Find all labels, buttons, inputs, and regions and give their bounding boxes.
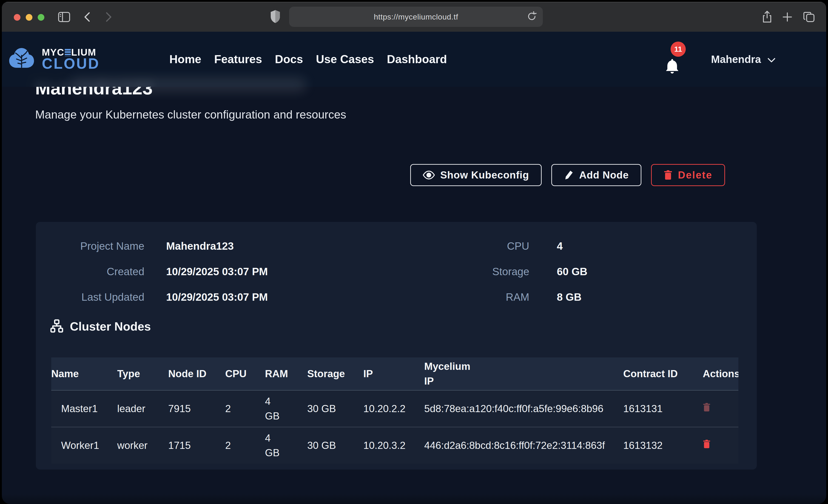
sitemap-icon <box>50 319 64 334</box>
column-header: Node ID <box>168 358 225 390</box>
trash-icon <box>664 170 672 180</box>
notification-count-badge: 11 <box>671 42 686 57</box>
logo-wordmark: MYCLIUM CLOUD <box>42 48 100 71</box>
cell-storage: 30 GB <box>307 427 363 464</box>
column-header: Type <box>117 358 168 390</box>
detail-value: 4 <box>557 240 587 252</box>
pencil-icon <box>564 170 574 180</box>
cloud-logo-icon <box>9 46 35 72</box>
cell-mycelium-ip: 5d8:78ea:a120:f40c:ff0f:a5fe:99e6:8b96 <box>424 390 623 427</box>
detail-label: RAM <box>460 291 529 303</box>
cluster-details-right: CPU 4 Storage 60 GB RAM 8 GB <box>460 240 587 303</box>
cell-name: Worker1 <box>51 427 117 464</box>
detail-value: 10/29/2025 03:07 PM <box>166 265 268 278</box>
nav-link[interactable]: Dashboard <box>387 53 447 66</box>
cell-type: worker <box>117 427 168 464</box>
nav-link[interactable]: Docs <box>275 53 303 66</box>
add-node-button[interactable]: Add Node <box>551 164 641 186</box>
cluster-details-left: Project Name Mahendra123 Created 10/29/2… <box>55 240 268 303</box>
bell-icon <box>665 72 679 75</box>
logo-e-bars-icon <box>65 49 71 56</box>
table-body: Master1 leader 7915 2 4 GB 30 GB 10.20.2… <box>51 390 738 464</box>
column-header: RAM <box>265 358 307 390</box>
delete-node-button[interactable] <box>703 403 711 412</box>
show-kubeconfig-button[interactable]: Show Kubeconfig <box>410 164 542 186</box>
column-header: Actions <box>694 358 738 390</box>
notifications-button[interactable]: 11 <box>665 58 679 76</box>
delete-label: Delete <box>678 169 712 181</box>
cell-contract-id: 1613131 <box>623 390 694 427</box>
nav-link[interactable]: Home <box>169 53 201 66</box>
cell-type: leader <box>117 390 168 427</box>
column-header: Storage <box>307 358 363 390</box>
column-header: Name <box>51 358 117 390</box>
cell-node-id: 7915 <box>168 390 225 427</box>
column-header: Mycelium IP <box>424 358 623 390</box>
nav-links: HomeFeaturesDocsUse CasesDashboard <box>169 32 447 87</box>
table-row: Master1 leader 7915 2 4 GB 30 GB 10.20.2… <box>51 390 738 427</box>
cluster-actions: Show Kubeconfig Add Node <box>410 164 725 186</box>
table-row: Worker1 worker 1715 2 4 GB 30 GB 10.20.3… <box>51 427 738 464</box>
detail-label: Last Updated <box>55 291 144 303</box>
cell-name: Master1 <box>51 390 117 427</box>
site-navbar: MYCLIUM CLOUD HomeFeaturesDocsUse CasesD… <box>2 32 826 87</box>
cell-storage: 30 GB <box>307 390 363 427</box>
detail-label: Storage <box>460 265 529 278</box>
detail-value: 60 GB <box>557 265 587 278</box>
cell-ram: 4 GB <box>265 390 307 427</box>
show-kubeconfig-label: Show Kubeconfig <box>440 169 529 181</box>
eye-icon <box>423 170 435 180</box>
detail-label: CPU <box>460 240 529 252</box>
column-header: Contract ID <box>623 358 694 390</box>
cell-actions <box>694 390 738 427</box>
cluster-nodes-table: NameTypeNode IDCPURAMStorageIPMycelium I… <box>51 358 738 464</box>
cell-contract-id: 1613132 <box>623 427 694 464</box>
cell-cpu: 2 <box>225 427 265 464</box>
chevron-down-icon <box>767 53 776 66</box>
detail-value: Mahendra123 <box>166 240 268 252</box>
cell-ram: 4 GB <box>265 427 307 464</box>
cell-ip: 10.20.3.2 <box>363 427 424 464</box>
detail-value: 10/29/2025 03:07 PM <box>166 291 268 303</box>
nav-link[interactable]: Features <box>214 53 262 66</box>
cell-mycelium-ip: 446:d2a6:8bcd:8c16:ff0f:72e2:3114:863f <box>424 427 623 464</box>
mycelium-cloud-logo[interactable]: MYCLIUM CLOUD <box>9 46 100 72</box>
cell-cpu: 2 <box>225 390 265 427</box>
cell-ip: 10.20.2.2 <box>363 390 424 427</box>
cluster-nodes-header: Cluster Nodes <box>50 319 151 334</box>
cell-actions <box>694 427 738 464</box>
cluster-details-card: Project Name Mahendra123 Created 10/29/2… <box>36 222 757 469</box>
detail-label: Project Name <box>55 240 144 252</box>
page-subtitle: Manage your Kubernetes cluster configura… <box>35 108 346 121</box>
detail-value: 8 GB <box>557 291 587 303</box>
column-header: IP <box>363 358 424 390</box>
detail-label: Created <box>55 265 144 278</box>
cluster-nodes-title: Cluster Nodes <box>70 320 151 333</box>
delete-node-button[interactable] <box>703 439 711 449</box>
column-header: CPU <box>225 358 265 390</box>
cell-node-id: 1715 <box>168 427 225 464</box>
add-node-label: Add Node <box>579 169 629 181</box>
user-name: Mahendra <box>711 53 761 66</box>
wordmark-cloud: CLOUD <box>42 55 100 72</box>
nav-link[interactable]: Use Cases <box>316 53 374 66</box>
user-menu[interactable]: Mahendra <box>711 32 776 87</box>
table-header-row: NameTypeNode IDCPURAMStorageIPMycelium I… <box>51 358 738 390</box>
delete-cluster-button[interactable]: Delete <box>651 164 725 186</box>
browser-window: https://myceliumcloud.tf Ma <box>2 2 826 504</box>
